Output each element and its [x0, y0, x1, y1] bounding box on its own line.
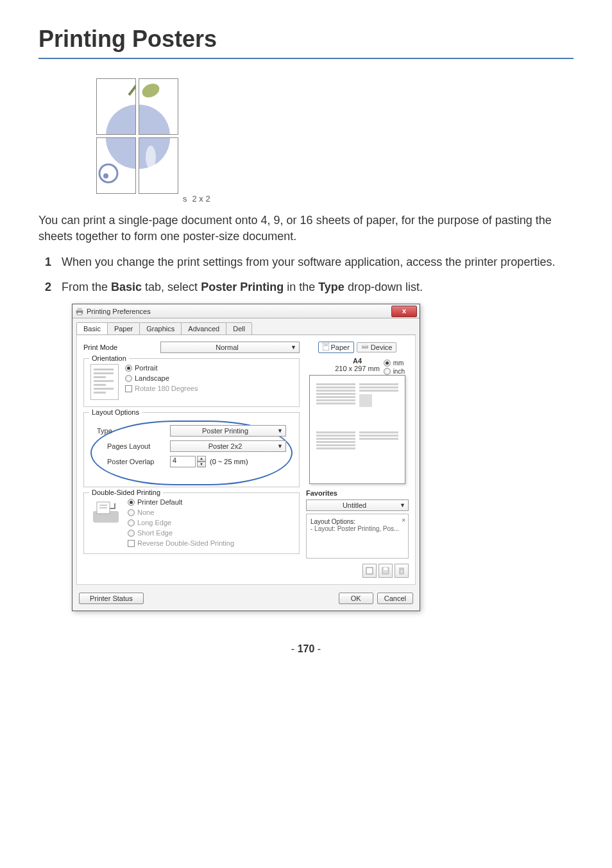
favorites-dropdown[interactable]: Untitled ▼: [306, 499, 409, 511]
radio-icon: [128, 519, 135, 526]
close-button[interactable]: x: [391, 306, 417, 317]
chevron-down-icon: ▼: [400, 502, 405, 508]
unit-inch-radio[interactable]: inch: [384, 368, 405, 375]
favorites-opt-label: Layout Options:: [310, 518, 404, 525]
print-mode-label: Print Mode: [83, 343, 160, 351]
svg-point-5: [103, 173, 108, 178]
dialog-body: Print Mode Normal ▼ Orientation Portrait…: [76, 335, 416, 585]
poster-cell-bottom-left: [96, 137, 136, 194]
tab-paper[interactable]: Paper: [107, 322, 140, 334]
spinner-down-icon[interactable]: ▼: [197, 462, 206, 467]
duplex-fieldset: Double-Sided Printing Printer Default No…: [83, 492, 300, 554]
orientation-label: Orientation: [89, 354, 129, 362]
checkbox-icon: [125, 385, 132, 392]
page-number: - 170 -: [38, 643, 574, 655]
left-pane: Print Mode Normal ▼ Orientation Portrait…: [83, 342, 300, 578]
poster-illustration: s2 x 2: [96, 78, 574, 204]
chevron-down-icon: ▼: [277, 443, 283, 449]
printer-icon: [361, 343, 369, 351]
type-dropdown[interactable]: Poster Printing ▼: [170, 425, 286, 437]
svg-point-7: [146, 146, 156, 169]
type-label: Type: [97, 427, 170, 435]
fav-save-disk-icon[interactable]: [378, 564, 393, 578]
type-value: Poster Printing: [202, 427, 248, 435]
tab-basic[interactable]: Basic: [76, 322, 108, 334]
poster-cell-bottom-right: [139, 137, 178, 194]
svg-rect-10: [78, 313, 82, 315]
svg-rect-22: [384, 568, 387, 570]
step-2-text: From the Basic tab, select Poster Printi…: [62, 279, 574, 296]
preview-quad-3: [316, 431, 355, 476]
fav-save-icon[interactable]: [362, 564, 377, 578]
preview-tab-device[interactable]: Device: [357, 342, 397, 352]
pages-layout-value: Poster 2x2: [208, 442, 242, 450]
layout-highlight-circle: Type Poster Printing ▼ Pages Layout Post…: [90, 421, 293, 485]
print-mode-value: Normal: [216, 343, 238, 351]
svg-rect-19: [363, 343, 367, 346]
preview-canvas: [309, 375, 405, 484]
portrait-radio[interactable]: Portrait: [125, 364, 198, 372]
duplex-thumbnail: [90, 498, 121, 526]
svg-point-2: [140, 81, 162, 100]
short-edge-radio[interactable]: Short Edge: [128, 529, 234, 537]
landscape-radio[interactable]: Landscape: [125, 374, 198, 382]
step-1-text: When you change the print settings from …: [62, 254, 574, 271]
radio-icon: [128, 499, 135, 506]
preview-tab-paper[interactable]: Paper: [318, 342, 354, 353]
radio-icon: [128, 509, 135, 516]
tab-graphics[interactable]: Graphics: [139, 322, 182, 334]
poster-overlap-spinner[interactable]: 4 ▲ ▼: [170, 456, 206, 467]
svg-point-4: [99, 164, 117, 182]
unit-radios: mm inch: [384, 360, 405, 375]
favorites-title: Favorites: [306, 489, 409, 497]
ok-button[interactable]: OK: [339, 593, 373, 604]
svg-rect-16: [324, 344, 328, 345]
pages-layout-dropdown[interactable]: Poster 2x2 ▼: [170, 440, 286, 452]
svg-rect-24: [399, 568, 404, 569]
pages-layout-row: Pages Layout Poster 2x2 ▼: [97, 440, 286, 452]
tab-dell[interactable]: Dell: [226, 322, 252, 334]
step-1: 1 When you change the print settings fro…: [38, 254, 574, 271]
preview-tabs: Paper Device: [306, 342, 409, 353]
fav-delete-icon[interactable]: [395, 564, 409, 578]
dialog-titlebar: Printing Preferences x: [72, 304, 420, 318]
chevron-down-icon: ▼: [277, 428, 283, 434]
step-number: 1: [38, 254, 62, 271]
layout-options-label: Layout Options: [89, 408, 142, 416]
printer-status-button[interactable]: Printer Status: [79, 593, 144, 604]
favorites-remove-icon[interactable]: ×: [402, 517, 405, 524]
step-number: 2: [38, 279, 62, 296]
svg-rect-20: [366, 568, 373, 574]
svg-rect-23: [400, 569, 404, 574]
tab-advanced[interactable]: Advanced: [181, 322, 226, 334]
chevron-down-icon: ▼: [291, 344, 296, 351]
reverse-duplex-checkbox[interactable]: Reverse Double-Sided Printing: [128, 539, 234, 547]
poster-cell-top-left: [96, 78, 136, 135]
favorites-opt-detail: - Layout: Poster Printing, Pos...: [310, 525, 404, 532]
printing-preferences-dialog: Printing Preferences x Basic Paper Graph…: [72, 304, 420, 611]
svg-rect-9: [78, 308, 82, 311]
unit-mm-radio[interactable]: mm: [384, 360, 405, 367]
poster-overlap-label: Poster Overlap: [97, 458, 170, 465]
none-radio[interactable]: None: [128, 508, 234, 516]
radio-icon: [125, 375, 132, 382]
print-mode-dropdown[interactable]: Normal ▼: [160, 342, 300, 353]
svg-point-0: [106, 105, 136, 135]
intro-text: You can print a single-page document ont…: [38, 213, 574, 245]
rotate-180-checkbox[interactable]: Rotate 180 Degrees: [125, 385, 198, 392]
duplex-radios: Printer Default None Long Edge Short Edg…: [128, 498, 234, 547]
preview-quad-4: [359, 431, 398, 476]
poster-overlap-input[interactable]: 4: [170, 456, 196, 467]
cancel-button[interactable]: Cancel: [377, 593, 413, 604]
dialog-title: Printing Preferences: [87, 308, 151, 315]
long-edge-radio[interactable]: Long Edge: [128, 519, 234, 526]
print-mode-row: Print Mode Normal ▼: [83, 342, 300, 353]
step-2: 2 From the Basic tab, select Poster Prin…: [38, 279, 574, 296]
radio-icon: [125, 365, 132, 372]
spinner-up-icon[interactable]: ▲: [197, 456, 206, 462]
radio-icon: [384, 360, 391, 367]
printer-default-radio[interactable]: Printer Default: [128, 498, 234, 506]
step-list: 1 When you change the print settings fro…: [38, 254, 574, 296]
preview-quad-2: [359, 383, 398, 428]
page-title: Printing Posters: [38, 26, 574, 59]
